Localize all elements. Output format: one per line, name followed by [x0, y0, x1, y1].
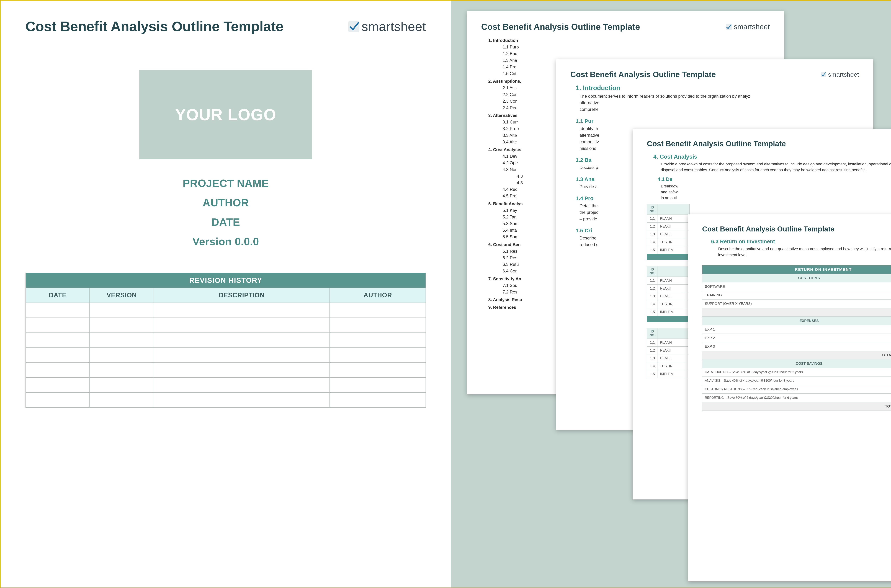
sec-1-body3: comprehe [579, 106, 855, 112]
roi-row: TRAINING$ [702, 291, 891, 300]
roi-row: ANALYSIS – Save 40% of 4 days/year @$100… [702, 376, 891, 385]
checkmark-icon [348, 21, 359, 32]
sec-1-body2: alternative [579, 99, 855, 106]
mini-table-row: 1.4TESTIN [647, 300, 690, 308]
sec-11-title: 1.1 Pur [576, 118, 859, 124]
sec-41-body2: and softw [661, 189, 891, 195]
roi-row: EXP 3$ [702, 342, 891, 351]
mini-table-row: 1.5IMPLEM [647, 370, 690, 378]
rev-row [26, 393, 426, 408]
outline-item: 1.2 Bac [502, 50, 770, 57]
mini-table-row: 1.2REQUI [647, 285, 690, 292]
roi-total-expenses: TOTAL EXPENSES [702, 351, 891, 359]
sec-4-body: Provide a breakdown of costs for the pro… [661, 161, 891, 173]
brand-name: smartsheet [734, 23, 770, 31]
rev-col-desc: DESCRIPTION [154, 288, 330, 303]
rev-col-date: DATE [26, 288, 90, 303]
rev-row [26, 363, 426, 378]
roi-row: CUSTOMER RELATIONS – 35% reduction in sa… [702, 385, 891, 394]
rev-row [26, 348, 426, 363]
roi-row: SUPPORT (OVER X YEARS)$ [702, 300, 891, 308]
preview-pane: Cost Benefit Analysis Outline Template s… [451, 0, 891, 588]
roi-main-title: RETURN ON INVESTMENT [702, 266, 891, 274]
roi-row: DATA LOADING – Save 30% of 5 days/year @… [702, 368, 891, 376]
smartsheet-logo: smartsheet [348, 19, 426, 34]
roi-row: EXP 2$ [702, 334, 891, 342]
rev-row [26, 318, 426, 333]
logo-placeholder-text: YOUR LOGO [175, 106, 276, 124]
roi-sec1-title: COST ITEMS [702, 274, 891, 282]
project-name-field: PROJECT NAME [26, 177, 426, 189]
checkmark-icon [726, 24, 732, 30]
version-field: Version 0.0.0 [26, 236, 426, 248]
mini-table-row: 1.1PLANN [647, 277, 690, 285]
cover-title: Cost Benefit Analysis Outline Template [26, 18, 284, 34]
cover-page: Cost Benefit Analysis Outline Template s… [0, 0, 451, 588]
sec-4-title: 4. Cost Analysis [653, 153, 891, 160]
smartsheet-logo: smartsheet [726, 23, 770, 31]
mini-table-row: 1.2REQUI [647, 222, 690, 230]
author-field: AUTHOR [26, 196, 426, 209]
brand-name: smartsheet [362, 19, 426, 34]
sec-41-body: Breakdow [661, 183, 891, 189]
preview-page-roi: Cost Benefit Analysis Outline Template s… [688, 214, 891, 581]
mini-id-header: ID NO. [647, 328, 658, 339]
pageB-title: Cost Benefit Analysis Outline Template [570, 70, 716, 79]
sec-41-body3: in an outl [661, 195, 891, 201]
roi-row: EXP 1$ [702, 325, 891, 334]
rev-table-title: REVISION HISTORY [26, 273, 426, 288]
date-field: DATE [26, 216, 426, 228]
roi-sec2-title: EXPENSES [702, 316, 891, 325]
sec-63-title: 6.3 Return on Investment [711, 238, 891, 244]
mini-table-row: 1.3DEVEL [647, 230, 690, 238]
mini-table-row: 1.5IMPLEM [647, 308, 690, 316]
revision-history-table: REVISION HISTORY DATE VERSION DESCRIPTIO… [26, 273, 426, 408]
mini-table-row: 1.4TESTIN [647, 238, 690, 246]
mini-table-row: 1.1PLANN [647, 339, 690, 346]
roi-table: RETURN ON INVESTMENT COST ITEMSCOST SOFT… [702, 265, 891, 411]
sec-63-body: Describe the quantitative and non-quanti… [718, 246, 891, 258]
brand-name: smartsheet [828, 71, 859, 78]
mini-table-row: 1.1PLANN [647, 215, 690, 222]
mini-id-header: ID NO. [647, 266, 658, 277]
mini-table-row: 1.2REQUI [647, 346, 690, 354]
sec-41-title: 4.1 De [657, 176, 891, 182]
outline-item: 1. Introduction [488, 37, 770, 44]
pageC-title: Cost Benefit Analysis Outline Template [647, 140, 786, 148]
sec-1-title: 1. Introduction [576, 84, 859, 92]
roi-total-savings: TOTAL SAVINGS [702, 402, 891, 411]
mini-table-1: ID NO. 1.1PLANN1.2REQUI1.3DEVEL1.4TESTIN… [647, 204, 690, 260]
roi-sec3-title: COST SAVINGS [702, 359, 891, 368]
logo-placeholder-box: YOUR LOGO [140, 70, 312, 159]
roi-row: SOFTWARE$ [702, 282, 891, 291]
checkmark-icon [821, 72, 826, 77]
pageA-title: Cost Benefit Analysis Outline Template [481, 22, 640, 32]
mini-table-2: ID NO. 1.1PLANN1.2REQUI1.3DEVEL1.4TESTIN… [647, 266, 690, 322]
sec-1-body: The document serves to inform readers of… [579, 93, 855, 99]
mini-id-header: ID NO. [647, 204, 658, 215]
rev-row [26, 378, 426, 393]
outline-item: 1.1 Purp [502, 44, 770, 50]
mini-table-row: 1.5IMPLEM [647, 246, 690, 254]
rev-row [26, 303, 426, 318]
mini-table-row: 1.4TESTIN [647, 362, 690, 370]
mini-table-3: ID NO. 1.1PLANN1.2REQUI1.3DEVEL1.4TESTIN… [647, 328, 690, 378]
smartsheet-logo: smartsheet [821, 71, 859, 78]
rev-col-version: VERSION [90, 288, 154, 303]
roi-total-cost: TOTAL COST [702, 308, 891, 316]
rev-row [26, 333, 426, 348]
rev-col-author: AUTHOR [330, 288, 426, 303]
mini-table-row: 1.3DEVEL [647, 292, 690, 300]
roi-row: REPORTING – Save 60% of 2 days/year @$30… [702, 394, 891, 402]
mini-table-row: 1.3DEVEL [647, 354, 690, 362]
pageD-title: Cost Benefit Analysis Outline Template [702, 225, 834, 233]
